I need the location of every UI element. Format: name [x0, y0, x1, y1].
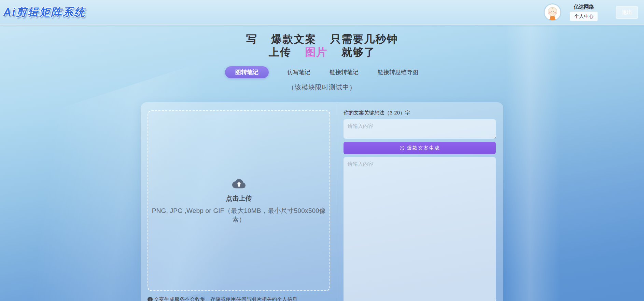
hero-section: 写 爆款文案 只需要几秒钟 上传 图片 就够了 图转笔记 仿写笔记 链接转笔记 … — [0, 25, 644, 92]
upload-panel: 点击上传 PNG, JPG ,Webp or GIF（最大10MB，最小尺寸50… — [141, 102, 338, 301]
cloud-upload-icon — [232, 178, 246, 189]
upload-format-hint: PNG, JPG ,Webp or GIF（最大10MB，最小尺寸500x500… — [148, 206, 330, 224]
upload-cta-text: 点击上传 — [226, 194, 252, 203]
tab-link-to-note[interactable]: 链接转笔记 — [329, 66, 359, 78]
hero-line1-part2: 爆款文案 — [271, 33, 317, 45]
top-bar-right: 亿达网络 个人中心 退出 — [544, 3, 638, 21]
app-logo: Ai剪辑矩阵系统 — [3, 5, 86, 19]
profile-center-button[interactable]: 个人中心 — [570, 12, 598, 21]
hero-line-1: 写 爆款文案 只需要几秒钟 — [0, 33, 644, 46]
tab-imitate-note[interactable]: 仿写笔记 — [286, 66, 311, 78]
copywriting-panel: 你的文案关键想法（3-20）字 爆款文案生成 — [338, 102, 503, 301]
idea-label: 你的文案关键想法（3-20）字 — [344, 110, 496, 116]
privacy-note: 文案生成服务不会收集、存储或使用任何与图片相关的个人信息 — [148, 296, 330, 301]
hero-line2-part3: 就够了 — [341, 46, 375, 58]
avatar-image — [545, 4, 560, 20]
main-card: 点击上传 PNG, JPG ,Webp or GIF（最大10MB，最小尺寸50… — [141, 102, 503, 301]
tab-image-to-note[interactable]: 图转笔记 — [225, 66, 269, 78]
logout-button[interactable]: 退出 — [616, 6, 638, 19]
sparkle-icon — [400, 146, 405, 151]
hero-line2-part1: 上传 — [269, 46, 291, 58]
result-output[interactable] — [344, 157, 496, 301]
tab-link-to-mindmap[interactable]: 链接转思维导图 — [377, 66, 419, 78]
username: 亿达网络 — [574, 4, 594, 10]
avatar[interactable] — [544, 3, 561, 21]
user-info: 亿达网络 个人中心 — [570, 4, 598, 21]
idea-input[interactable] — [344, 119, 496, 139]
generate-copy-button[interactable]: 爆款文案生成 — [344, 142, 496, 154]
hero-line1-part1: 写 — [246, 33, 257, 45]
generate-button-label: 爆款文案生成 — [407, 145, 440, 151]
module-test-notice: （该模块限时测试中） — [0, 83, 644, 92]
hero-line1-part3: 只需要几秒钟 — [330, 33, 398, 45]
privacy-note-text: 文案生成服务不会收集、存储或使用任何与图片相关的个人信息 — [154, 296, 297, 301]
mode-tabs: 图转笔记 仿写笔记 链接转笔记 链接转思维导图 — [0, 66, 644, 78]
hero-line2-highlight: 图片 — [305, 46, 328, 58]
info-icon — [148, 297, 153, 301]
upload-dropzone[interactable]: 点击上传 PNG, JPG ,Webp or GIF（最大10MB，最小尺寸50… — [148, 110, 330, 291]
hero-line-2: 上传 图片 就够了 — [0, 46, 644, 59]
top-bar: Ai剪辑矩阵系统 亿达网络 个人中心 退出 — [0, 0, 644, 25]
